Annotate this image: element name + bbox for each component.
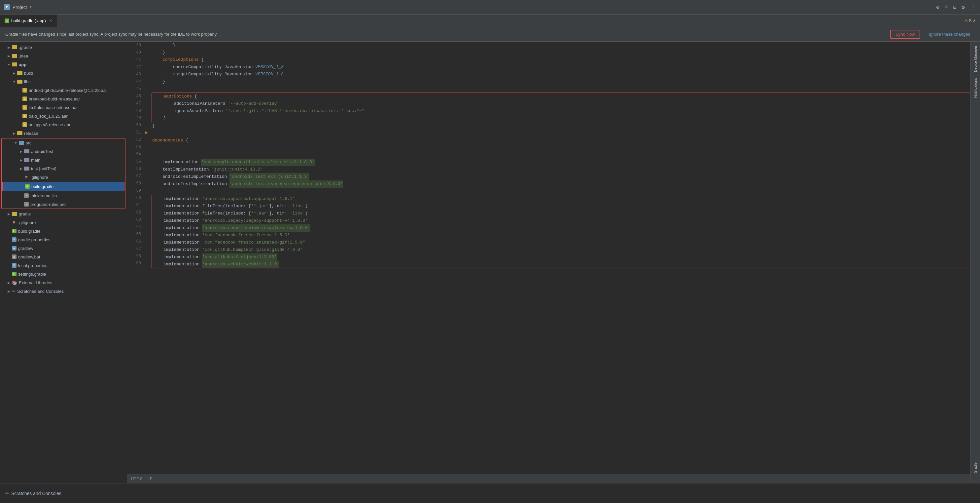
gutter-line (144, 107, 150, 114)
ignore-changes-button[interactable]: Ignore these changes (924, 30, 975, 38)
code-line-46: aaptOptions { (153, 93, 969, 100)
code-line-67: implementation 'com.github.bumptech.glid… (153, 246, 969, 254)
gradle-icon: G (12, 271, 16, 276)
sidebar-item-root-build-gradle[interactable]: ▶ G build.gradle (0, 227, 127, 235)
sidebar-item-build-gradle-app[interactable]: ▶ G build.gradle (3, 182, 124, 191)
sidebar-item-aar1[interactable]: ▶ A android-gif-drawable-release@1.2.23.… (0, 86, 127, 94)
tab-build-gradle[interactable]: G build.gradle (:app) ✕ (0, 14, 57, 27)
gutter-line (144, 93, 150, 100)
sidebar-item-gradle-root[interactable]: ▶ .gradle (0, 43, 127, 51)
jks-icon: K (24, 193, 29, 198)
item-label: uniapp-v8-release.aar (29, 122, 70, 127)
sidebar-item-androidtest[interactable]: ▶ androidTest (2, 147, 125, 156)
item-label: .idea (19, 54, 28, 59)
globe-icon[interactable]: ⊕ (936, 4, 939, 11)
project-dropdown-icon[interactable]: ▾ (30, 5, 32, 10)
editor-content: 39 40 41 42 43 44 45 46 47 48 49 50 51 5… (127, 42, 970, 474)
code-line-60: implementation 'androidx.appcompat:appco… (153, 195, 969, 203)
arrow-icon: ▶ (12, 131, 16, 136)
sidebar-item-build[interactable]: ▶ build (0, 69, 127, 77)
gradle-icon: G (25, 184, 30, 189)
sidebar-item-src[interactable]: ▼ src (2, 139, 125, 147)
gutter-line (144, 194, 150, 201)
gutter-line (144, 114, 150, 121)
folder-icon (12, 54, 17, 58)
code-line-55: implementation 'com.google.android.mater… (152, 159, 970, 166)
item-label: release (24, 131, 38, 136)
sidebar-tab-gradle[interactable]: Gradle (972, 460, 979, 476)
main-content: ▶ .gradle ▶ .idea ▼ app ▶ build ▼ libs (0, 42, 980, 483)
gutter-line (144, 216, 150, 224)
sidebar-item-root-gitignore[interactable]: ▶ ⚑ .gitignore (0, 218, 127, 227)
status-bar: UTF-8 LF (127, 474, 970, 483)
item-label: build (24, 71, 33, 76)
item-label: main (31, 158, 40, 163)
gutter-line (144, 252, 150, 260)
arrow-icon: ▶ (6, 211, 11, 216)
sidebar-tab-device-manager[interactable]: Device Manager (972, 43, 979, 75)
sidebar-item-aar5[interactable]: ▶ A uniapp-v8-release.aar (0, 120, 127, 129)
item-label: gradle.properties (18, 237, 51, 242)
line-numbers: 39 40 41 42 43 44 45 46 47 48 49 50 51 5… (127, 42, 144, 474)
sidebar-tab-notifications[interactable]: Notifications (972, 75, 979, 101)
item-label: oaid_sdk_1.0.25.aar (29, 114, 68, 119)
item-label: Scratches and Consoles (17, 289, 64, 294)
code-line-61: implementation fileTree(include: ['*.jar… (153, 203, 969, 210)
code-line-42: sourceCompatibility JavaVersion.VERSION_… (152, 64, 970, 71)
code-line-62: implementation fileTree(include: ['*.aar… (153, 210, 969, 217)
sidebar-item-gradlew-bat[interactable]: ▶ B gradlew.bat (0, 252, 127, 261)
props-icon: ⚙ (12, 237, 16, 242)
sidebar-item-gradle-properties[interactable]: ▶ ⚙ gradle.properties (0, 235, 127, 244)
sidebar-item-settings-gradle[interactable]: ▶ G settings.gradle (0, 270, 127, 278)
bottom-panel: ✏ Scratches and Consoles (0, 483, 980, 503)
item-label: libs (24, 79, 31, 84)
sidebar-item-gitignore-src[interactable]: ▶ ⚑ .gitignore (2, 173, 125, 181)
folder-icon (12, 212, 17, 216)
item-label: gradle (19, 211, 31, 216)
list-icon[interactable]: ≡ (945, 4, 948, 10)
aar-icon: A (22, 105, 27, 110)
code-line-56: testImplementation 'junit:junit:4.13.2' (152, 166, 970, 173)
code-line-66: implementation "com.facebook.fresco:anim… (153, 239, 969, 246)
arrow-icon: ▶ (6, 280, 11, 285)
notification-text: Gradle files have changed since last pro… (5, 32, 886, 37)
item-label: settings.gradle (18, 271, 46, 276)
arrow-icon: ▶ (6, 54, 11, 58)
sidebar-item-jks[interactable]: ▶ K minidrama.jks (2, 192, 125, 200)
filter-icon[interactable]: ⊟ (953, 4, 956, 11)
tab-bar: G build.gradle (:app) ✕ ⚠ 5 ∧ (0, 14, 980, 27)
more-icon[interactable]: ⋮ (970, 4, 976, 11)
sidebar-item-aar2[interactable]: ▶ A breakpad-build-release.aar (0, 94, 127, 103)
sidebar-item-libs[interactable]: ▼ libs (0, 77, 127, 86)
code-line-68: implementation 'com.alibaba:fastjson:1.2… (153, 254, 969, 261)
sidebar-item-release[interactable]: ▶ release (0, 129, 127, 137)
arrow-icon: ▼ (12, 79, 16, 84)
sidebar-item-external-libraries[interactable]: ▶ 📚 External Libraries (0, 278, 127, 287)
sync-now-button[interactable]: Sync Now (890, 30, 920, 39)
git-icon: ⚑ (24, 175, 29, 179)
gutter-line (144, 121, 150, 129)
item-label: test [unitTest] (31, 166, 56, 171)
sidebar-item-gradlew[interactable]: ▶ ▶ gradlew (0, 244, 127, 252)
sidebar-item-idea[interactable]: ▶ .idea (0, 51, 127, 60)
tab-close-icon[interactable]: ✕ (49, 19, 52, 23)
sidebar-item-local-properties[interactable]: ▶ ⚙ local.properties (0, 261, 127, 270)
sidebar-item-aar4[interactable]: ▶ A oaid_sdk_1.0.25.aar (0, 112, 127, 120)
sidebar-item-app[interactable]: ▼ app (0, 60, 127, 69)
item-label: local.properties (18, 263, 47, 268)
title-bar-left: P Project ▾ (4, 4, 32, 10)
code-editor[interactable]: } } compileOptions { sourceCompatibility… (150, 42, 970, 474)
sidebar-item-main[interactable]: ▶ main (2, 156, 125, 164)
sidebar-item-aar3[interactable]: ▶ A lib.5plus.base-release.aar (0, 103, 127, 112)
tab-label: build.gradle (:app) (11, 18, 46, 23)
notification-bar: Gradle files have changed since last pro… (0, 27, 980, 42)
item-label: breakpad-build-release.aar (29, 96, 80, 101)
sidebar-item-gradle-folder[interactable]: ▶ gradle (0, 209, 127, 218)
sidebar-item-test[interactable]: ▶ test [unitTest] (2, 164, 125, 173)
gradle-tab-icon: G (5, 19, 9, 23)
gear-icon[interactable]: ⚙ (961, 4, 965, 11)
sidebar-item-proguard[interactable]: ▶ P proguard-rules.pro (2, 200, 125, 209)
fold-arrow-icon[interactable]: ▶ (144, 129, 150, 136)
sidebar-item-scratches[interactable]: ▶ ✏ Scratches and Consoles (0, 287, 127, 295)
title-bar: P Project ▾ ⊕ ≡ ⊟ ⚙ ⋮ (0, 0, 980, 14)
